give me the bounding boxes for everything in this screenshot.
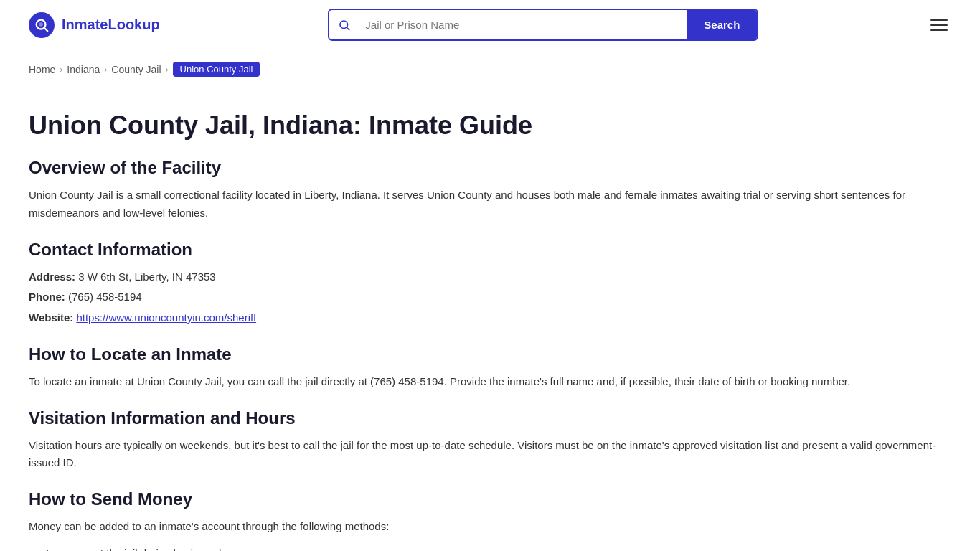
overview-content: Union County Jail is a small correctiona… (29, 187, 951, 222)
visitation-heading: Visitation Information and Hours (29, 408, 951, 428)
search-icon (329, 19, 359, 32)
menu-line-3 (930, 29, 948, 31)
contact-website: Website: https://www.unioncountyin.com/s… (29, 309, 951, 327)
svg-line-1 (44, 27, 48, 31)
menu-line-2 (930, 24, 948, 26)
contact-info: Address: 3 W 6th St, Liberty, IN 47353 P… (29, 268, 951, 327)
contact-address: Address: 3 W 6th St, Liberty, IN 47353 (29, 268, 951, 286)
logo-icon (29, 12, 55, 38)
page-title: Union County Jail, Indiana: Inmate Guide (29, 110, 951, 141)
logo[interactable]: InmateLookup (29, 12, 160, 38)
search-button[interactable]: Search (687, 10, 757, 39)
locate-heading: How to Locate an Inmate (29, 344, 951, 364)
breadcrumb-separator-3: › (166, 65, 169, 75)
breadcrumb: Home › Indiana › County Jail › Union Cou… (0, 50, 980, 88)
address-value-text: 3 W 6th St, Liberty, IN 47353 (78, 270, 215, 283)
phone-label: Phone: (29, 291, 65, 303)
send-money-content: Money can be added to an inmate's accoun… (29, 518, 951, 536)
address-label: Address: (29, 270, 75, 283)
contact-heading: Contact Information (29, 240, 951, 260)
overview-heading: Overview of the Facility (29, 158, 951, 178)
visitation-content: Visitation hours are typically on weeken… (29, 437, 951, 473)
search-container: Search (328, 9, 758, 41)
website-link[interactable]: https://www.unioncountyin.com/sheriff (76, 311, 256, 324)
phone-value-text: (765) 458-5194 (68, 291, 142, 303)
search-input[interactable] (359, 10, 687, 39)
breadcrumb-county-jail[interactable]: County Jail (111, 64, 161, 75)
svg-line-4 (347, 27, 349, 29)
search-wrapper: Search (328, 9, 758, 41)
website-label: Website: (29, 311, 73, 324)
breadcrumb-home[interactable]: Home (29, 64, 55, 75)
breadcrumb-current: Union County Jail (173, 62, 260, 77)
send-money-list: In-person at the jail during business ho… (29, 545, 951, 551)
list-item: In-person at the jail during business ho… (46, 545, 951, 551)
svg-point-2 (39, 22, 43, 26)
breadcrumb-separator-1: › (60, 65, 62, 75)
locate-content: To locate an inmate at Union County Jail… (29, 373, 951, 391)
main-content: Union County Jail, Indiana: Inmate Guide… (0, 88, 980, 551)
breadcrumb-separator-2: › (104, 65, 107, 75)
menu-line-1 (930, 19, 948, 21)
logo-text: InmateLookup (62, 17, 160, 33)
send-money-heading: How to Send Money (29, 489, 951, 509)
contact-phone: Phone: (765) 458-5194 (29, 288, 951, 306)
breadcrumb-indiana[interactable]: Indiana (67, 64, 100, 75)
hamburger-menu-button[interactable] (927, 16, 951, 34)
